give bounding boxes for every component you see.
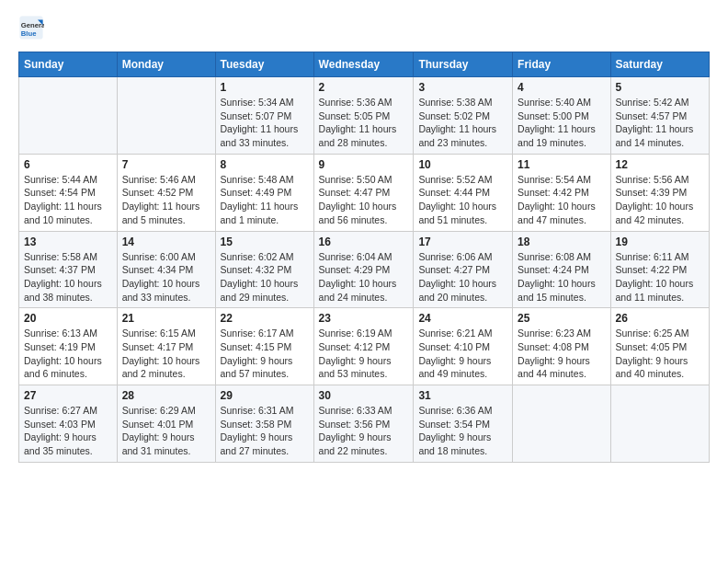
day-number: 2: [319, 81, 409, 94]
day-info: Sunrise: 6:17 AMSunset: 4:15 PMDaylight:…: [221, 327, 309, 381]
week-row-4: 20Sunrise: 6:13 AMSunset: 4:19 PMDayligh…: [19, 308, 710, 385]
day-info: Sunrise: 5:38 AMSunset: 5:02 PMDaylight:…: [418, 96, 507, 150]
day-cell: 3Sunrise: 5:38 AMSunset: 5:02 PMDaylight…: [414, 77, 513, 155]
day-number: 19: [616, 236, 704, 248]
day-cell: 16Sunrise: 6:04 AMSunset: 4:29 PMDayligh…: [313, 231, 414, 308]
day-info: Sunrise: 6:27 AMSunset: 4:03 PMDaylight:…: [24, 404, 112, 458]
day-info: Sunrise: 6:19 AMSunset: 4:12 PMDaylight:…: [319, 327, 409, 381]
day-cell: 13Sunrise: 5:58 AMSunset: 4:37 PMDayligh…: [19, 231, 118, 308]
header-friday: Friday: [513, 52, 610, 77]
day-cell: [610, 385, 709, 463]
day-cell: 9Sunrise: 5:50 AMSunset: 4:47 PMDaylight…: [313, 154, 414, 231]
header-saturday: Saturday: [610, 52, 709, 77]
day-info: Sunrise: 5:56 AMSunset: 4:39 PMDaylight:…: [616, 173, 704, 227]
day-number: 3: [418, 81, 507, 94]
day-number: 10: [418, 158, 507, 171]
day-number: 14: [122, 236, 210, 248]
logo: General Blue: [18, 15, 48, 40]
day-cell: 15Sunrise: 6:02 AMSunset: 4:32 PMDayligh…: [215, 231, 313, 308]
day-cell: 17Sunrise: 6:06 AMSunset: 4:27 PMDayligh…: [414, 231, 513, 308]
day-number: 26: [616, 312, 704, 325]
day-number: 30: [319, 389, 409, 402]
day-info: Sunrise: 5:50 AMSunset: 4:47 PMDaylight:…: [319, 173, 409, 227]
day-number: 12: [616, 158, 704, 171]
week-row-2: 6Sunrise: 5:44 AMSunset: 4:54 PMDaylight…: [19, 154, 710, 231]
day-info: Sunrise: 6:06 AMSunset: 4:27 PMDaylight:…: [418, 250, 507, 304]
day-cell: 21Sunrise: 6:15 AMSunset: 4:17 PMDayligh…: [117, 308, 215, 385]
day-number: 17: [418, 236, 507, 248]
calendar-table: SundayMondayTuesdayWednesdayThursdayFrid…: [18, 52, 710, 463]
week-row-3: 13Sunrise: 5:58 AMSunset: 4:37 PMDayligh…: [19, 231, 710, 308]
day-number: 1: [221, 81, 309, 94]
day-number: 9: [319, 158, 409, 171]
day-info: Sunrise: 5:48 AMSunset: 4:49 PMDaylight:…: [221, 173, 309, 227]
day-number: 13: [24, 236, 112, 248]
day-info: Sunrise: 5:42 AMSunset: 4:57 PMDaylight:…: [616, 96, 704, 150]
header-monday: Monday: [117, 52, 215, 77]
day-cell: 14Sunrise: 6:00 AMSunset: 4:34 PMDayligh…: [117, 231, 215, 308]
day-cell: [513, 385, 610, 463]
day-info: Sunrise: 5:52 AMSunset: 4:44 PMDaylight:…: [418, 173, 507, 227]
day-cell: 22Sunrise: 6:17 AMSunset: 4:15 PMDayligh…: [215, 308, 313, 385]
day-info: Sunrise: 6:04 AMSunset: 4:29 PMDaylight:…: [319, 250, 409, 304]
day-info: Sunrise: 6:29 AMSunset: 4:01 PMDaylight:…: [122, 404, 210, 458]
day-cell: 5Sunrise: 5:42 AMSunset: 4:57 PMDaylight…: [610, 77, 709, 155]
day-number: 24: [418, 312, 507, 325]
day-cell: [117, 77, 215, 155]
day-number: 31: [418, 389, 507, 402]
day-number: 21: [122, 312, 210, 325]
header-wednesday: Wednesday: [313, 52, 414, 77]
day-number: 22: [221, 312, 309, 325]
day-info: Sunrise: 5:44 AMSunset: 4:54 PMDaylight:…: [24, 173, 112, 227]
day-info: Sunrise: 6:13 AMSunset: 4:19 PMDaylight:…: [24, 327, 112, 381]
day-cell: 4Sunrise: 5:40 AMSunset: 5:00 PMDaylight…: [513, 77, 610, 155]
day-info: Sunrise: 5:46 AMSunset: 4:52 PMDaylight:…: [122, 173, 210, 227]
logo-icon: General Blue: [18, 15, 44, 40]
day-cell: 6Sunrise: 5:44 AMSunset: 4:54 PMDaylight…: [19, 154, 118, 231]
day-info: Sunrise: 6:25 AMSunset: 4:05 PMDaylight:…: [616, 327, 704, 381]
day-cell: 28Sunrise: 6:29 AMSunset: 4:01 PMDayligh…: [117, 385, 215, 463]
day-number: 27: [24, 389, 112, 402]
day-cell: 20Sunrise: 6:13 AMSunset: 4:19 PMDayligh…: [19, 308, 118, 385]
day-cell: 1Sunrise: 5:34 AMSunset: 5:07 PMDaylight…: [215, 77, 313, 155]
day-cell: 26Sunrise: 6:25 AMSunset: 4:05 PMDayligh…: [610, 308, 709, 385]
week-row-1: 1Sunrise: 5:34 AMSunset: 5:07 PMDaylight…: [19, 77, 710, 155]
day-cell: 24Sunrise: 6:21 AMSunset: 4:10 PMDayligh…: [414, 308, 513, 385]
day-info: Sunrise: 6:21 AMSunset: 4:10 PMDaylight:…: [418, 327, 507, 381]
day-number: 28: [122, 389, 210, 402]
day-number: 4: [518, 81, 605, 94]
day-info: Sunrise: 6:08 AMSunset: 4:24 PMDaylight:…: [518, 250, 605, 304]
week-row-5: 27Sunrise: 6:27 AMSunset: 4:03 PMDayligh…: [19, 385, 710, 463]
day-number: 11: [518, 158, 605, 171]
day-cell: 19Sunrise: 6:11 AMSunset: 4:22 PMDayligh…: [610, 231, 709, 308]
day-cell: [19, 77, 118, 155]
day-number: 29: [221, 389, 309, 402]
day-number: 23: [319, 312, 409, 325]
day-number: 8: [221, 158, 309, 171]
day-number: 7: [122, 158, 210, 171]
day-info: Sunrise: 6:33 AMSunset: 3:56 PMDaylight:…: [319, 404, 409, 458]
day-cell: 27Sunrise: 6:27 AMSunset: 4:03 PMDayligh…: [19, 385, 118, 463]
header-row: SundayMondayTuesdayWednesdayThursdayFrid…: [19, 52, 710, 77]
day-cell: 30Sunrise: 6:33 AMSunset: 3:56 PMDayligh…: [313, 385, 414, 463]
header-sunday: Sunday: [19, 52, 118, 77]
header-tuesday: Tuesday: [215, 52, 313, 77]
header: General Blue: [18, 15, 710, 40]
day-info: Sunrise: 6:36 AMSunset: 3:54 PMDaylight:…: [418, 404, 507, 458]
day-info: Sunrise: 6:31 AMSunset: 3:58 PMDaylight:…: [221, 404, 309, 458]
day-cell: 23Sunrise: 6:19 AMSunset: 4:12 PMDayligh…: [313, 308, 414, 385]
day-info: Sunrise: 6:02 AMSunset: 4:32 PMDaylight:…: [221, 250, 309, 304]
svg-text:Blue: Blue: [21, 29, 37, 38]
day-info: Sunrise: 6:11 AMSunset: 4:22 PMDaylight:…: [616, 250, 704, 304]
day-number: 16: [319, 236, 409, 248]
day-number: 25: [518, 312, 605, 325]
day-number: 20: [24, 312, 112, 325]
day-cell: 12Sunrise: 5:56 AMSunset: 4:39 PMDayligh…: [610, 154, 709, 231]
day-cell: 25Sunrise: 6:23 AMSunset: 4:08 PMDayligh…: [513, 308, 610, 385]
day-number: 6: [24, 158, 112, 171]
page: General Blue SundayMondayTuesdayWednesda…: [0, 0, 728, 563]
day-info: Sunrise: 5:54 AMSunset: 4:42 PMDaylight:…: [518, 173, 605, 227]
day-number: 18: [518, 236, 605, 248]
day-cell: 18Sunrise: 6:08 AMSunset: 4:24 PMDayligh…: [513, 231, 610, 308]
day-info: Sunrise: 5:36 AMSunset: 5:05 PMDaylight:…: [319, 96, 409, 150]
